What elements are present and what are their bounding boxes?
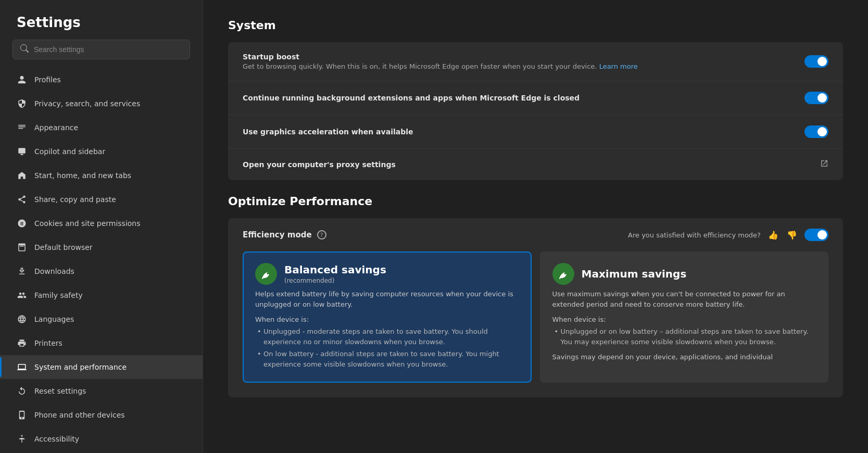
- toggle-graphics-acceleration[interactable]: [804, 125, 828, 138]
- performance-section: Optimize Performance Efficiency mode ? A…: [228, 195, 843, 397]
- mode-title-maximum: Maximum savings: [582, 268, 687, 280]
- sidebar-item-family-safety[interactable]: Family safety: [0, 283, 203, 307]
- search-input[interactable]: [34, 45, 182, 54]
- setting-desc-startup-boost: Get to browsing quickly. When this is on…: [243, 62, 804, 70]
- thumbs-down-button[interactable]: 👎: [786, 229, 798, 241]
- efficiency-toggle-slider: [804, 229, 828, 241]
- sidebar-item-label-start-home: Start, home, and new tabs: [34, 171, 131, 180]
- sidebar-item-languages[interactable]: Languages: [0, 307, 203, 331]
- mode-when-balanced: When device is:: [255, 316, 519, 323]
- share-copy-icon: [17, 194, 27, 205]
- sidebar-item-label-cookies: Cookies and site permissions: [34, 219, 141, 228]
- sidebar-item-label-default-browser: Default browser: [34, 243, 93, 251]
- sidebar: Settings ProfilesPrivacy, search, and se…: [0, 0, 203, 453]
- cookies-icon: [17, 218, 27, 229]
- efficiency-title: Efficiency mode: [243, 230, 312, 240]
- setting-row-proxy-settings: Open your computer's proxy settings: [228, 149, 843, 180]
- toggle-background-extensions[interactable]: [804, 92, 828, 104]
- search-icon: [20, 44, 29, 55]
- accessibility-icon: [17, 434, 27, 444]
- copilot-icon: [17, 146, 27, 157]
- sidebar-item-copilot[interactable]: Copilot and sidebar: [0, 140, 203, 163]
- setting-link-startup-boost[interactable]: Learn more: [599, 62, 638, 70]
- feedback-row: Are you satisfied with efficiency mode? …: [628, 229, 828, 241]
- sidebar-item-label-system-performance: System and performance: [34, 363, 127, 371]
- sidebar-item-label-printers: Printers: [34, 339, 62, 347]
- feedback-text: Are you satisfied with efficiency mode?: [628, 231, 761, 239]
- sidebar-item-system-performance[interactable]: System and performance: [0, 355, 203, 379]
- system-section: System Startup boostGet to browsing quic…: [228, 19, 843, 180]
- mode-subtitle-balanced: (recommended): [284, 277, 386, 284]
- mode-bullet-item: Unplugged - moderate steps are taken to …: [255, 326, 519, 347]
- appearance-icon: [17, 122, 27, 133]
- languages-icon: [17, 314, 27, 324]
- sidebar-item-label-languages: Languages: [34, 315, 74, 323]
- setting-label-background-extensions: Continue running background extensions a…: [243, 94, 804, 102]
- mode-card-balanced[interactable]: Balanced savings(recommended)Helps exten…: [243, 251, 532, 383]
- reset-settings-icon: [17, 386, 27, 396]
- default-browser-icon: [17, 242, 27, 253]
- start-home-icon: [17, 170, 27, 181]
- mode-bullets-balanced: Unplugged - moderate steps are taken to …: [255, 326, 519, 369]
- setting-text-proxy-settings: Open your computer's proxy settings: [243, 160, 820, 169]
- sidebar-item-label-appearance: Appearance: [34, 123, 78, 132]
- sidebar-item-profiles[interactable]: Profiles: [0, 68, 203, 92]
- setting-row-background-extensions: Continue running background extensions a…: [228, 81, 843, 115]
- sidebar-item-appearance[interactable]: Appearance: [0, 116, 203, 140]
- sidebar-item-reset-settings[interactable]: Reset settings: [0, 379, 203, 403]
- sidebar-item-default-browser[interactable]: Default browser: [0, 235, 203, 259]
- phone-devices-icon: [17, 410, 27, 420]
- family-safety-icon: [17, 290, 27, 300]
- mode-cards: Balanced savings(recommended)Helps exten…: [243, 251, 828, 383]
- efficiency-title-row: Efficiency mode ?: [243, 230, 326, 240]
- privacy-icon: [17, 98, 27, 109]
- sidebar-item-label-family-safety: Family safety: [34, 291, 83, 299]
- setting-row-startup-boost: Startup boostGet to browsing quickly. Wh…: [228, 42, 843, 81]
- mode-desc-maximum: Use maximum savings when you can't be co…: [552, 289, 816, 309]
- mode-title-block-balanced: Balanced savings(recommended): [284, 263, 386, 284]
- sidebar-item-share-copy[interactable]: Share, copy and paste: [0, 187, 203, 211]
- sidebar-nav: ProfilesPrivacy, search, and servicesApp…: [0, 68, 203, 451]
- system-title: System: [228, 19, 843, 32]
- efficiency-header: Efficiency mode ? Are you satisfied with…: [243, 229, 828, 241]
- mode-bullets-maximum: Unplugged or on low battery – additional…: [552, 326, 816, 347]
- sidebar-item-label-phone-devices: Phone and other devices: [34, 411, 125, 419]
- mode-bullet-item: On low battery - additional steps are ta…: [255, 349, 519, 369]
- external-link-icon-proxy-settings[interactable]: [820, 159, 828, 170]
- svg-rect-0: [18, 148, 26, 154]
- main-content: System Startup boostGet to browsing quic…: [203, 0, 868, 453]
- mode-title-block-maximum: Maximum savings: [582, 268, 687, 280]
- mode-card-header-balanced: Balanced savings(recommended): [255, 263, 519, 285]
- thumbs-up-button[interactable]: 👍: [767, 229, 779, 241]
- sidebar-item-label-privacy: Privacy, search, and services: [34, 99, 140, 108]
- sidebar-item-phone-devices[interactable]: Phone and other devices: [0, 403, 203, 427]
- sidebar-item-label-copilot: Copilot and sidebar: [34, 147, 105, 156]
- search-box[interactable]: [12, 40, 190, 59]
- toggle-startup-boost[interactable]: [804, 55, 828, 68]
- system-settings-card: Startup boostGet to browsing quickly. Wh…: [228, 42, 843, 180]
- setting-label-graphics-acceleration: Use graphics acceleration when available: [243, 128, 804, 136]
- mode-card-header-maximum: Maximum savings: [552, 263, 816, 285]
- sidebar-item-label-reset-settings: Reset settings: [34, 387, 86, 395]
- sidebar-item-printers[interactable]: Printers: [0, 331, 203, 355]
- setting-label-startup-boost: Startup boost: [243, 53, 804, 61]
- help-icon[interactable]: ?: [317, 230, 326, 240]
- mode-extra-maximum: Savings may depend on your device, appli…: [552, 352, 816, 362]
- efficiency-toggle[interactable]: [804, 229, 828, 241]
- mode-icon-maximum: [552, 263, 574, 285]
- setting-text-startup-boost: Startup boostGet to browsing quickly. Wh…: [243, 53, 804, 70]
- sidebar-item-accessibility[interactable]: Accessibility: [0, 427, 203, 451]
- sidebar-item-cookies[interactable]: Cookies and site permissions: [0, 211, 203, 235]
- sidebar-item-privacy[interactable]: Privacy, search, and services: [0, 92, 203, 116]
- setting-text-background-extensions: Continue running background extensions a…: [243, 94, 804, 102]
- system-performance-icon: [17, 362, 27, 372]
- mode-card-maximum[interactable]: Maximum savingsUse maximum savings when …: [540, 251, 829, 383]
- sidebar-item-downloads[interactable]: Downloads: [0, 259, 203, 283]
- setting-label-proxy-settings: Open your computer's proxy settings: [243, 160, 820, 169]
- printers-icon: [17, 338, 27, 348]
- mode-icon-balanced: [255, 263, 277, 285]
- sidebar-item-start-home[interactable]: Start, home, and new tabs: [0, 163, 203, 187]
- setting-row-graphics-acceleration: Use graphics acceleration when available: [228, 115, 843, 149]
- svg-point-1: [21, 435, 23, 437]
- mode-when-maximum: When device is:: [552, 316, 816, 323]
